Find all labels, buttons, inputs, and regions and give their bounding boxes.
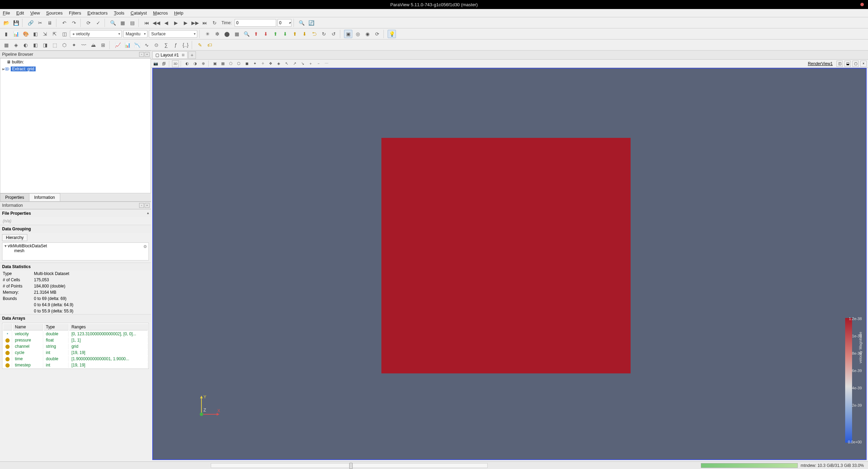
annotation-icon[interactable]: 🏷 [206, 41, 214, 49]
sep-color-icon[interactable]: ◧ [31, 30, 39, 38]
vcr-fwd-icon[interactable]: ▶▶ [191, 19, 199, 27]
color-legend[interactable] [845, 318, 852, 443]
interactive-select-icon[interactable]: ⟳ [373, 30, 381, 38]
tab-information[interactable]: Information [29, 193, 60, 201]
subtract-selection-icon[interactable]: － [315, 60, 322, 67]
panel-close-icon[interactable]: × [145, 52, 150, 57]
pipeline-root[interactable]: 🖥 builtin: [0, 59, 151, 65]
visibility-icon[interactable] [4, 67, 9, 71]
rescale-icon[interactable]: ⇲ [41, 30, 49, 38]
rotate-icon[interactable]: 🔄 [307, 19, 316, 27]
hover-points-icon[interactable]: ◈ [275, 60, 282, 67]
find-icon[interactable]: 🔍 [109, 19, 117, 27]
show-scalar-bar-icon[interactable]: 📊 [12, 30, 20, 38]
pipeline-browser[interactable]: 🖥 builtin: ▸ Extract: grid [0, 58, 151, 193]
zoom-to-box-icon[interactable]: 🔍 [298, 19, 306, 27]
mode-3d-button[interactable]: 3D [172, 60, 179, 67]
plot-line-icon[interactable]: 📈 [114, 41, 122, 49]
interactive-sel-points-icon[interactable]: ✧ [259, 60, 266, 67]
pick-center-icon[interactable]: ⊕ [200, 60, 207, 67]
toggle-selection-icon[interactable]: ⋯ [323, 60, 330, 67]
group-icon[interactable]: ⊞ [99, 41, 107, 49]
plot-sel-icon[interactable]: 📉 [133, 41, 141, 49]
text-icon[interactable]: {..} [181, 41, 190, 49]
light-icon[interactable]: 💡 [388, 30, 396, 38]
select-points-poly-icon[interactable]: ⬡ [235, 60, 242, 67]
select-points-on-icon[interactable]: ▦ [219, 60, 226, 67]
minusx-icon[interactable]: ⬇ [262, 30, 270, 38]
grow-selection-icon[interactable]: ↗ [291, 60, 298, 67]
warp-icon[interactable]: ⛰ [89, 41, 98, 49]
close-dot-icon[interactable] [860, 3, 864, 6]
render-view[interactable]: Y X Z 1.2e-38 1e-38 8e-39 6e-39 4e-39 2e… [152, 68, 867, 460]
array-row[interactable]: ⬤pressurefloat[1, 1] [3, 337, 148, 343]
contour-icon[interactable]: ◐ [21, 41, 30, 49]
threshold-icon[interactable]: ⬚ [51, 41, 59, 49]
select-cells-poly-icon[interactable]: ⬠ [227, 60, 234, 67]
array-row[interactable]: ⬤cycleint[19, 19] [3, 350, 148, 355]
screenshot-icon[interactable]: 📷 [152, 60, 159, 67]
hierarchy-tree[interactable]: ⚙ ▾ vtkMultiBlockDataSet mesh [2, 242, 149, 260]
camera-undo-icon[interactable]: ◐ [184, 60, 191, 67]
python-shell-icon[interactable]: ▦ [118, 19, 127, 27]
plot-over-icon[interactable]: ∿ [143, 41, 151, 49]
clear-selection-icon[interactable]: ↖ [283, 60, 290, 67]
rescale-visible-icon[interactable]: ◫ [60, 30, 69, 38]
menu-file[interactable]: File [3, 10, 10, 16]
plusy-icon[interactable]: ⬆ [271, 30, 280, 38]
plusx-icon[interactable]: ⬆ [252, 30, 260, 38]
hover-cells-icon[interactable]: ❖ [267, 60, 274, 67]
reset-camera-icon[interactable]: ✳ [204, 30, 212, 38]
panel-close-icon[interactable]: × [145, 203, 150, 208]
menu-catalyst[interactable]: Catalyst [130, 10, 147, 16]
time-index-spin[interactable]: 0 [278, 19, 291, 27]
menu-edit[interactable]: Edit [16, 10, 24, 16]
auto-apply-icon[interactable]: ✓ [94, 19, 102, 27]
edit-colormap-icon[interactable]: 🎨 [21, 30, 30, 38]
grid-axes-icon[interactable]: ▦ [233, 30, 241, 38]
clip-icon[interactable]: ◧ [31, 41, 39, 49]
menu-filters[interactable]: Filters [69, 10, 81, 16]
data-statistics-header[interactable]: Data Statistics [0, 263, 151, 271]
calc-icon[interactable]: ∑ [162, 41, 170, 49]
color-by-icon[interactable]: ▮ [2, 30, 10, 38]
slider-handle-icon[interactable] [349, 463, 353, 469]
close-tab-icon[interactable]: ⊠ [182, 53, 184, 57]
col-ranges[interactable]: Ranges [69, 324, 148, 330]
isometric-icon[interactable]: ⮌ [310, 30, 318, 38]
rotate90-icon[interactable]: ↻ [320, 30, 328, 38]
menu-extractors[interactable]: Extractors [87, 10, 108, 16]
camera-redo-icon[interactable]: ◑ [192, 60, 199, 67]
glyph-icon[interactable]: ✦ [70, 41, 78, 49]
stream-icon[interactable]: 〰 [80, 41, 88, 49]
vcr-prev-icon[interactable]: ◀ [162, 19, 170, 27]
connect-icon[interactable]: 🔗 [26, 19, 35, 27]
select-poly-icon[interactable]: ◉ [363, 30, 372, 38]
zoom-closest-icon[interactable]: 🔍 [242, 30, 251, 38]
point-data-icon[interactable]: ◈ [12, 41, 20, 49]
reload-icon[interactable]: ⟳ [84, 19, 93, 27]
file-properties-header[interactable]: File Properties▴ [0, 209, 151, 217]
cell-data-icon[interactable]: ▦ [2, 41, 10, 49]
panel-float-icon[interactable]: ▫ [139, 203, 144, 208]
disconnect-icon[interactable]: ✂ [36, 19, 44, 27]
array-row[interactable]: •velocitydouble[0, 123.310000000000002],… [3, 331, 148, 337]
ruler-icon[interactable]: ✎ [196, 41, 204, 49]
vcr-back-icon[interactable]: ◀◀ [152, 19, 161, 27]
interactive-sel-cells-icon[interactable]: ✦ [251, 60, 258, 67]
rotate-90-icon[interactable]: ↺ [329, 30, 338, 38]
minusy-icon[interactable]: ⬇ [281, 30, 289, 38]
probe-icon[interactable]: ⊙ [152, 41, 161, 49]
col-type[interactable]: Type [44, 324, 69, 330]
server-icon[interactable]: 🖥 [46, 19, 54, 27]
shrink-selection-icon[interactable]: ↘ [299, 60, 306, 67]
select-surface-icon[interactable]: ▣ [344, 30, 352, 38]
select-cells-icon[interactable]: ▣ [211, 60, 218, 67]
zoom-data-icon[interactable]: ❇ [213, 30, 221, 38]
col-name[interactable]: Name [13, 324, 43, 330]
vcr-play-icon[interactable]: ▶ [172, 19, 180, 27]
minusz-icon[interactable]: ⬇ [300, 30, 309, 38]
x-axis-icon[interactable]: ⬤ [223, 30, 231, 38]
array-row[interactable]: ⬤timestepint[19, 19] [3, 362, 148, 368]
data-arrays-header[interactable]: Data Arrays [0, 314, 151, 322]
